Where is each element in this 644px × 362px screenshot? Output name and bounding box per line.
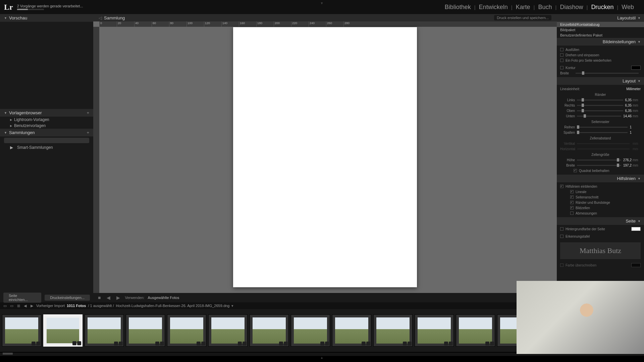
repeat-one-photo-checkbox[interactable]: [560, 59, 564, 62]
template-folder-lightroom[interactable]: ▶Lightroom-Vorlagen: [0, 117, 93, 123]
module-diashow[interactable]: Diashow: [556, 4, 586, 11]
selected-count: / 1 ausgewählt /: [88, 304, 114, 308]
thumbnail[interactable]: [373, 314, 413, 347]
style-single-contact[interactable]: Einzelbild/Kontaktabzug: [557, 22, 644, 27]
print-settings-button[interactable]: Druckeinstellungen...: [45, 295, 90, 301]
stroke-width-slider[interactable]: [576, 73, 639, 74]
thumbnail[interactable]: [85, 314, 124, 347]
thumbnail[interactable]: [43, 314, 83, 347]
cell-height-slider[interactable]: [577, 160, 621, 161]
module-karte[interactable]: Karte: [513, 4, 534, 11]
rows-slider[interactable]: [577, 127, 628, 128]
template-folder-user[interactable]: ▶Benutzervorlagen: [0, 123, 93, 129]
preview-panel-header[interactable]: ▼ Vorschau: [0, 14, 93, 22]
source-label[interactable]: Vorheriger Import: [36, 304, 65, 308]
guide-margins-checkbox[interactable]: [570, 201, 574, 204]
thumbnail[interactable]: [2, 314, 41, 347]
module-bibliothek[interactable]: Bibliothek: [441, 4, 474, 11]
zoom-to-fill-checkbox[interactable]: [560, 48, 564, 51]
identity-plate-checkbox[interactable]: [560, 235, 564, 238]
module-drucken[interactable]: Drucken: [588, 4, 617, 11]
template-browser-header[interactable]: ▼ Vorlagenbrowser +: [0, 109, 93, 117]
margin-left-slider[interactable]: [577, 100, 623, 101]
smart-collections-item[interactable]: ▶ Smart-Sammlungen: [0, 144, 93, 150]
layout-style-list: Einzelbild/Kontaktabzug Bildpaket Benutz…: [557, 22, 644, 38]
h-spacing-slider: [577, 148, 630, 149]
thumbnail[interactable]: [332, 314, 371, 347]
triangle-down-icon: ▼: [4, 131, 7, 134]
second-window-icon[interactable]: ▭: [3, 304, 7, 308]
webcam-overlay: [517, 281, 644, 354]
thumbnail[interactable]: [167, 314, 206, 347]
layout-style-header[interactable]: Layoutstil▼: [557, 14, 644, 22]
stop-icon[interactable]: ■: [97, 295, 102, 300]
margin-top-slider[interactable]: [577, 110, 623, 111]
module-web[interactable]: Web: [618, 4, 637, 11]
add-collection-icon[interactable]: +: [87, 130, 89, 135]
prev-page-icon[interactable]: ◀: [105, 295, 112, 300]
collections-header[interactable]: ▼ Sammlungen +: [0, 129, 93, 136]
margin-bottom-slider[interactable]: [577, 116, 621, 117]
show-guides-checkbox[interactable]: [560, 185, 564, 188]
guide-bleed-checkbox[interactable]: [570, 195, 574, 199]
page-bg-swatch[interactable]: [631, 227, 641, 231]
second-window-2-icon[interactable]: ▭: [9, 304, 14, 308]
thumbnail[interactable]: [250, 314, 289, 347]
thumbnail[interactable]: [126, 314, 165, 347]
photo-count: 1011 Fotos: [67, 304, 86, 308]
triangle-right-icon: ▶: [10, 124, 12, 127]
grid-icon[interactable]: ⊞: [16, 304, 21, 308]
guide-rulers-checkbox[interactable]: [570, 190, 574, 193]
cols-slider[interactable]: [577, 132, 628, 133]
identity-plate-preview[interactable]: Matthias Butz: [560, 242, 641, 259]
override-color-swatch[interactable]: [631, 263, 641, 267]
add-template-icon[interactable]: +: [87, 110, 89, 115]
page-bg-checkbox[interactable]: [560, 227, 564, 231]
module-buch[interactable]: Buch: [535, 4, 555, 11]
triangle-right-icon: ▶: [10, 118, 12, 121]
nav-back-icon[interactable]: ◀: [23, 304, 28, 308]
layout-header[interactable]: Layout▼: [557, 77, 644, 85]
center-header: ◁ Sammlung Druck erstellen und speichern…: [93, 14, 557, 21]
panel-grip-bottom[interactable]: ▲: [0, 356, 644, 359]
nav-forward-icon[interactable]: ▶: [30, 304, 34, 308]
ruler-unit-dropdown[interactable]: Millimeter: [626, 87, 641, 91]
margin-right-slider[interactable]: [577, 105, 623, 106]
style-picture-package[interactable]: Bildpaket: [557, 27, 644, 33]
page-panel-header[interactable]: Seite▼: [557, 217, 644, 225]
stroke-color-swatch[interactable]: [631, 66, 641, 70]
rotate-to-fit-checkbox[interactable]: [560, 53, 564, 57]
status-text: 2 Vorgänge werden gerade verarbeitet...: [17, 4, 83, 8]
cellsize-subheader: Zellengröße: [560, 153, 641, 157]
print-canvas[interactable]: 020406080100120140160180200220240260280: [93, 21, 557, 293]
right-panel: Layoutstil▼ Einzelbild/Kontaktabzug Bild…: [557, 14, 644, 302]
cell-width-slider[interactable]: [577, 165, 621, 166]
create-saved-print-button[interactable]: Druck erstellen und speichern...: [494, 15, 551, 20]
image-settings-header[interactable]: Bildeinstellungen▼: [557, 38, 644, 46]
triangle-down-icon: ▼: [4, 111, 7, 115]
stroke-border-checkbox[interactable]: [560, 66, 564, 69]
module-entwickeln[interactable]: Entwickeln: [476, 4, 511, 11]
thumbnail[interactable]: [291, 314, 330, 347]
guide-dimensions-checkbox[interactable]: [570, 212, 574, 215]
page-setup-button[interactable]: Seite einrichten...: [3, 293, 41, 303]
panel-grip-top[interactable]: ▼: [320, 1, 324, 5]
status-block: 2 Vorgänge werden gerade verarbeitet...: [17, 4, 83, 10]
thumbnail[interactable]: [456, 314, 495, 347]
guide-cells-checkbox[interactable]: [570, 206, 574, 209]
override-color-checkbox[interactable]: [560, 263, 564, 267]
next-page-icon[interactable]: ▶: [115, 295, 121, 300]
thumbnail[interactable]: [208, 314, 248, 347]
guides-header[interactable]: Hilfslinien▼: [557, 175, 644, 182]
ruler-vertical: [93, 27, 99, 293]
chevron-left-icon[interactable]: ◁: [99, 15, 102, 20]
keep-square-checkbox[interactable]: [574, 169, 577, 172]
center-toolbar: ■ ◀ ▶ Verwenden: Ausgewählte Fotos: [93, 293, 557, 302]
app-logo: Lr: [0, 3, 17, 12]
use-value[interactable]: Ausgewählte Fotos: [148, 296, 179, 300]
style-custom-package[interactable]: Benutzerdefiniertes Paket: [557, 33, 644, 38]
thumbnail[interactable]: [415, 314, 454, 347]
chevron-down-icon[interactable]: ▾: [231, 304, 233, 308]
collection-filter-input[interactable]: [4, 138, 89, 143]
print-page[interactable]: [233, 27, 417, 287]
